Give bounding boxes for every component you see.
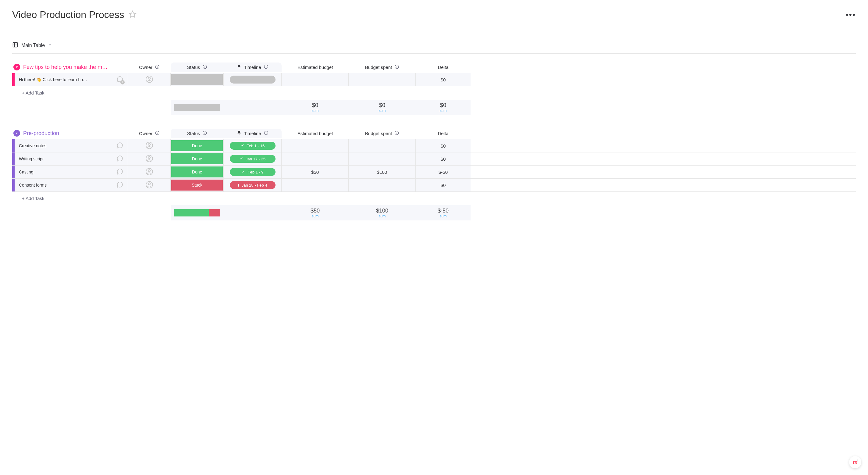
estimated-budget-cell[interactable]: $50: [282, 166, 349, 178]
board-title[interactable]: Video Production Process: [12, 9, 124, 21]
chat-icon[interactable]: 1: [116, 76, 123, 84]
column-header-timeline[interactable]: Timeline: [224, 130, 282, 136]
column-header-estimated-budget[interactable]: Estimated budget: [282, 65, 349, 70]
column-header-status[interactable]: Status: [171, 64, 224, 70]
status-cell[interactable]: Done: [171, 152, 224, 165]
info-icon[interactable]: [394, 64, 399, 70]
owner-cell[interactable]: [128, 179, 171, 191]
chat-icon[interactable]: [116, 155, 123, 163]
status-cell[interactable]: Done: [171, 139, 224, 152]
task-name[interactable]: Consent forms: [19, 183, 113, 187]
chat-icon[interactable]: [116, 181, 123, 189]
owner-cell[interactable]: [128, 166, 171, 178]
chat-icon[interactable]: [116, 168, 123, 176]
collapse-toggle[interactable]: [13, 130, 20, 137]
delta-cell[interactable]: $0: [416, 179, 471, 191]
info-icon[interactable]: [264, 130, 269, 136]
timeline-pill: Feb 1 - 16: [230, 142, 276, 150]
timeline-cell[interactable]: Jan 17 - 25: [224, 152, 282, 165]
task-row: Writing script Done Jan 17 - 25 $0: [12, 152, 856, 166]
svg-point-7: [157, 66, 158, 66]
estimated-budget-cell[interactable]: [282, 179, 349, 191]
column-header-budget-spent[interactable]: Budget spent: [349, 130, 416, 136]
task-row: Creative notes Done Feb 1 - 16 $0: [12, 139, 856, 152]
column-header-owner[interactable]: Owner: [128, 130, 171, 136]
check-icon: [241, 170, 245, 174]
row-color-bar: [12, 152, 14, 165]
row-color-bar: [12, 179, 14, 191]
task-row: Hi there! 👋 Click here to learn ho… 1 - …: [12, 73, 856, 86]
person-icon: [145, 155, 153, 164]
info-icon[interactable]: [203, 64, 207, 70]
person-icon: [145, 75, 153, 84]
budget-spent-cell[interactable]: [349, 73, 416, 86]
column-header-delta[interactable]: Delta: [416, 131, 471, 136]
table-icon: [12, 42, 18, 49]
estimated-budget-cell[interactable]: [282, 139, 349, 152]
task-name[interactable]: Writing script: [19, 156, 113, 161]
column-header-status[interactable]: Status: [171, 130, 224, 136]
task-name[interactable]: Casting: [19, 170, 113, 174]
status-cell[interactable]: Done: [171, 166, 224, 178]
column-header-owner[interactable]: Owner: [128, 64, 171, 70]
task-name[interactable]: Hi there! 👋 Click here to learn ho…: [19, 77, 113, 82]
estimated-budget-cell[interactable]: [282, 73, 349, 86]
svg-marker-4: [16, 66, 18, 68]
task-name[interactable]: Creative notes: [19, 143, 113, 148]
task-row: Consent forms Stuck ! Jan 28 - Feb 4 $0: [12, 179, 856, 192]
view-name: Main Table: [21, 43, 45, 48]
delta-sum: $-50sum: [416, 205, 471, 220]
budget-spent-cell[interactable]: [349, 152, 416, 165]
chat-icon[interactable]: [116, 142, 123, 150]
info-icon[interactable]: [394, 130, 399, 136]
collapse-toggle[interactable]: [13, 64, 20, 70]
svg-point-18: [148, 77, 150, 79]
info-icon[interactable]: [155, 64, 160, 70]
status-cell[interactable]: [171, 73, 224, 86]
add-task-button[interactable]: + Add Task: [14, 196, 128, 201]
person-icon: [145, 168, 153, 177]
svg-rect-1: [13, 43, 18, 47]
timeline-cell[interactable]: Feb 1 - 16: [224, 139, 282, 152]
budget-spent-cell[interactable]: [349, 139, 416, 152]
delta-cell[interactable]: $0: [416, 152, 471, 165]
svg-point-37: [148, 170, 150, 172]
exclamation-icon: !: [238, 183, 239, 187]
view-tab-main-table[interactable]: Main Table: [12, 42, 52, 49]
column-header-budget-spent[interactable]: Budget spent: [349, 64, 416, 70]
delta-cell[interactable]: $0: [416, 139, 471, 152]
delta-cell[interactable]: $0: [416, 73, 471, 86]
svg-point-39: [148, 183, 150, 185]
timeline-pill: Feb 1 - 9: [230, 168, 276, 176]
group-title[interactable]: Few tips to help you make the m…: [23, 64, 107, 70]
timeline-cell[interactable]: -: [224, 73, 282, 86]
budget-spent-cell[interactable]: [349, 179, 416, 191]
person-icon: [145, 142, 153, 150]
budget-spent-cell[interactable]: $100: [349, 166, 416, 178]
status-cell[interactable]: Stuck: [171, 179, 224, 191]
timeline-cell[interactable]: ! Jan 28 - Feb 4: [224, 179, 282, 191]
star-icon[interactable]: [129, 10, 136, 19]
svg-point-33: [148, 143, 150, 145]
info-icon[interactable]: [203, 130, 207, 136]
add-task-button[interactable]: + Add Task: [14, 90, 128, 95]
owner-cell[interactable]: [128, 139, 171, 152]
more-icon[interactable]: •••: [846, 10, 856, 20]
svg-marker-19: [16, 132, 18, 134]
estimated-budget-cell[interactable]: [282, 152, 349, 165]
timeline-cell[interactable]: Feb 1 - 9: [224, 166, 282, 178]
owner-cell[interactable]: [128, 152, 171, 165]
column-header-timeline[interactable]: Timeline: [224, 64, 282, 70]
status-summary: [171, 100, 224, 115]
row-color-bar: [12, 166, 14, 178]
group-title[interactable]: Pre-production: [23, 130, 59, 137]
info-icon[interactable]: [155, 130, 160, 136]
svg-marker-0: [129, 11, 136, 18]
owner-cell[interactable]: [128, 73, 171, 86]
column-header-delta[interactable]: Delta: [416, 65, 471, 70]
column-header-estimated-budget[interactable]: Estimated budget: [282, 131, 349, 136]
info-icon[interactable]: [264, 64, 269, 70]
estimated-budget-sum: $0sum: [282, 100, 349, 115]
task-row: Casting Done Feb 1 - 9 $50 $100 $-50: [12, 166, 856, 179]
delta-cell[interactable]: $-50: [416, 166, 471, 178]
